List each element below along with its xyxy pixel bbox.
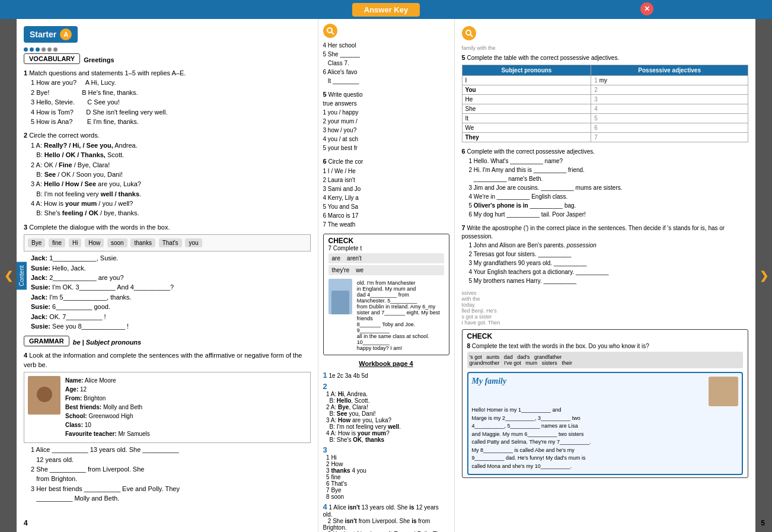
pronoun-he: He xyxy=(462,95,591,104)
boy-text-line: in England. My mum and xyxy=(357,286,443,292)
greetings-title: Greetings xyxy=(84,56,114,63)
word-grandfather: grandfather xyxy=(534,354,562,360)
list-item: 2 She __________ from Liverpool. She xyxy=(31,465,311,474)
nav-right[interactable]: ❯ xyxy=(755,19,772,532)
list-item: __________ name's Beth. xyxy=(469,175,749,183)
list-item: 2 Bye! B He's fine, thanks. xyxy=(31,88,311,97)
family-line-3: 4__________, 5__________ names are Lisa xyxy=(472,422,739,431)
grey-row-2: they're we xyxy=(328,265,444,275)
list-item: 5 You and Sa xyxy=(323,203,449,211)
middle-continuation: 4 Her school 5 She ______ Class 7. 6 Ali… xyxy=(323,42,449,85)
info-name: Name: Alice Moore xyxy=(65,377,307,385)
list-item: 2 Teresas got four sisters. __________ xyxy=(469,250,749,259)
list-item: 4 A: How is your mum / you / well? xyxy=(31,199,311,208)
possessive-table: Subject pronouns Possessive adjectives I… xyxy=(462,65,749,142)
family-image xyxy=(709,377,738,406)
list-item: 4 you / at sch xyxy=(323,135,449,144)
wb-ex3-6: 6 That's xyxy=(323,480,449,487)
possessive-his: 3 xyxy=(591,95,748,104)
exercise-5-right: 5 Complete the table with the correct po… xyxy=(462,53,749,142)
middle-search-icon xyxy=(323,24,337,38)
table-row: She 4 xyxy=(462,104,748,114)
word-dad: dad xyxy=(504,354,516,360)
wb-ex2-3: 3 A: How are you, Luka? xyxy=(323,417,449,423)
list-item: 3 how / you? xyxy=(323,126,449,135)
close-button[interactable]: ✕ xyxy=(640,2,653,15)
dialogue-line: Jack: I'm 5____________, thanks. xyxy=(31,293,311,302)
vocab-header: VOCABULARY Greetings xyxy=(24,53,311,66)
dialogue-line: Susie: I'm OK. 3__________ And 4________… xyxy=(31,283,311,292)
vocab-box: VOCABULARY xyxy=(24,53,80,64)
list-item: 5 Oliver's phone is in __________ bag. xyxy=(469,202,749,210)
svg-line-3 xyxy=(470,34,473,37)
word-box-area: Bye fine Hi How soon thanks That's you xyxy=(24,234,311,251)
wb-ex3-1: 1 Hi xyxy=(323,454,449,461)
grammar-box: GRAMMAR xyxy=(24,336,69,346)
ex3-instruction: Complete the dialogue with the words in … xyxy=(29,224,170,231)
boy-text-line: old. I'm from Manchester xyxy=(357,280,443,286)
word-fine: fine xyxy=(49,238,65,247)
possessive-their: 7 xyxy=(591,133,748,142)
exercise-1: 1 Match questions and statements 1–5 wit… xyxy=(24,69,311,126)
family-line-1: Hello! Homer is my 1__________ and xyxy=(472,406,739,415)
page-container: Answer Key ✕ ❮ Content Starter A xyxy=(0,0,772,532)
ex4-num: 4 xyxy=(24,352,27,359)
table-header-pronouns: Subject pronouns xyxy=(462,65,591,76)
possessive-your: 2 xyxy=(591,85,748,95)
dot-3 xyxy=(36,47,40,52)
content-tab[interactable]: Content xyxy=(17,262,27,289)
label-today: today. xyxy=(462,302,749,308)
pronoun-it: It xyxy=(462,114,591,123)
word-sisters: sisters xyxy=(542,360,560,366)
list-item: 6 Alice's favo xyxy=(323,68,449,77)
list-item: 6 My dog hurt __________ tail. Poor Jasp… xyxy=(469,211,749,219)
page-middle: 4 Her school 5 She ______ Class 7. 6 Ali… xyxy=(318,19,454,532)
workbook-answers: Workbook page 4 1 1e 2c 3a 4b 5d 2 1 A: … xyxy=(323,360,449,532)
boy-text-line: happy today? I am! xyxy=(357,345,443,351)
label-have-got: I have got. Then xyxy=(462,320,749,326)
ex5-num: 5 xyxy=(323,91,327,98)
alice-info-table: Name: Alice Moore Age: 12 From: Brighton… xyxy=(24,372,311,443)
dialogue-line: Susie: 6__________ good. xyxy=(31,302,311,311)
svg-point-2 xyxy=(466,30,471,35)
boy-text-line: all in the same class at school. 10_____… xyxy=(357,333,443,345)
dialogue-line: Jack: OK. 7__________ ! xyxy=(31,313,311,321)
dialogue-line: Jack: 1____________, Susie. xyxy=(31,254,311,263)
word-mum: mum xyxy=(525,360,540,366)
dialogue-line: Susie: Hello, Jack. xyxy=(31,264,311,273)
family-label: family with the xyxy=(462,45,749,51)
pages-wrapper: Content Starter A xyxy=(17,19,755,532)
label-with-the: with the xyxy=(462,296,749,302)
list-item: from Brighton. xyxy=(31,474,311,483)
list-item: Class 7. xyxy=(323,59,449,68)
pronoun-i: I xyxy=(462,76,591,85)
wb-ex4-2: 2 She isn't from Liverpool. She is from … xyxy=(323,518,449,531)
list-item: 1 Hello. What's __________ name? xyxy=(469,157,749,165)
check-ex8-instruction: 8 Complete the text with the words in th… xyxy=(467,343,744,349)
ex2-num: 2 xyxy=(24,132,27,139)
wb-ex3-8: 8 soon xyxy=(323,493,449,500)
label-ssives: ssives xyxy=(462,290,749,296)
info-teacher: Favourite teacher: Mr Samuels xyxy=(65,430,307,438)
dot-2 xyxy=(30,47,34,52)
wb-ex2-1b: B: Hello, Scott. xyxy=(323,397,449,404)
ex1-num: 1 xyxy=(24,69,27,77)
list-item: 2 Laura isn't xyxy=(323,176,449,184)
check-label-right: CHECK xyxy=(467,332,744,340)
list-item: 1 John and Alison are Ben's parents. pos… xyxy=(469,241,749,250)
family-line-6: My 8__________ is called Abe and he's my xyxy=(472,447,739,455)
wb-ex3-3: 3 thanks 4 you xyxy=(323,467,449,474)
boy-text-line: 8_______ Toby and Joe. 9__________ xyxy=(357,321,443,333)
starter-header: Starter A xyxy=(24,26,311,43)
word-ive-got: I've got xyxy=(504,360,524,366)
exercise-3: 3 Complete the dialogue with the words i… xyxy=(24,223,311,332)
info-class: Class: 10 xyxy=(65,421,307,429)
wb-ex2-4b: B: She's OK, thanks xyxy=(323,437,449,443)
possessive-our: 6 xyxy=(591,123,748,133)
family-line-4: and Maggie. My mum 6__________ two siste… xyxy=(472,431,739,439)
family-line-5: called Patty and Selma. They're my 7____… xyxy=(472,438,739,447)
list-item: It ________ xyxy=(323,77,449,85)
ex2-instruction: Circle the correct words. xyxy=(29,132,100,139)
nav-left[interactable]: ❮ xyxy=(0,19,17,532)
word-their: their xyxy=(562,360,572,366)
